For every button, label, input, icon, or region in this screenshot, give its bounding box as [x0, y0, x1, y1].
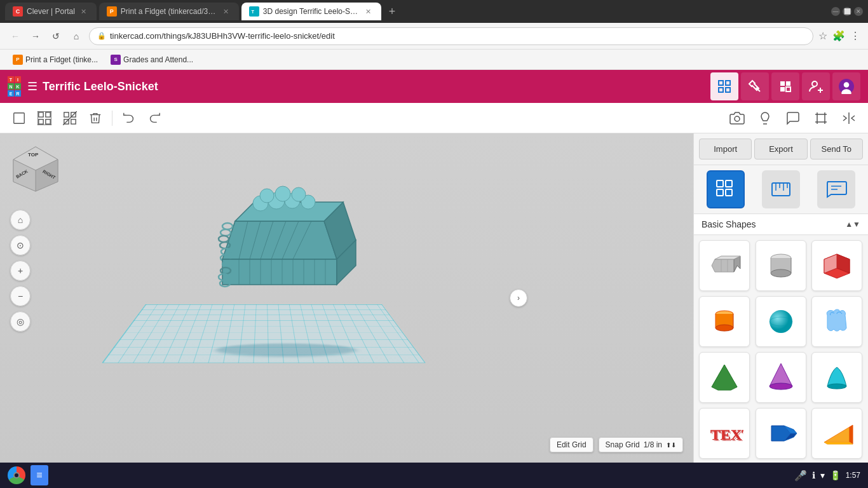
- main-area: TOP RIGHT BACK ⌂ ⊙ + − ◎: [0, 133, 868, 463]
- tab-close-3[interactable]: ✕: [363, 6, 374, 17]
- svg-point-10: [812, 81, 817, 86]
- address-bar: ← → ↺ ⌂ 🔒 tinkercad.com/things/kJ83UBHh3…: [0, 23, 868, 50]
- svg-rect-78: [726, 189, 732, 196]
- viewport[interactable]: TOP RIGHT BACK ⌂ ⊙ + − ◎: [0, 133, 693, 463]
- wifi-icon: ▾: [820, 470, 825, 480]
- home-view-button[interactable]: ⌂: [10, 210, 31, 230]
- menu-icon[interactable]: ⋮: [850, 30, 860, 42]
- new-tab-button[interactable]: +: [384, 5, 401, 18]
- tab-2[interactable]: P Print a Fidget (tinkercad/3-d Pri... ✕: [99, 3, 239, 20]
- snap-value[interactable]: 1/8 in: [644, 440, 662, 449]
- add-user-button[interactable]: [802, 72, 830, 100]
- tab-1[interactable]: C Clever | Portal ✕: [5, 3, 97, 20]
- shape-wiggly[interactable]: [811, 296, 862, 347]
- minimize-button[interactable]: —: [831, 7, 840, 16]
- address-input[interactable]: 🔒 tinkercad.com/things/kJ83UBHh3VW-terri…: [89, 27, 813, 45]
- toolbar-right: [726, 107, 860, 130]
- address-right-icons: ☆ 🧩 ⋮: [818, 30, 860, 42]
- mic-icon[interactable]: 🎤: [794, 470, 807, 482]
- hamburger-icon[interactable]: ☰: [27, 79, 37, 93]
- panel-tab-grid[interactable]: [707, 170, 745, 208]
- star-icon[interactable]: ☆: [818, 30, 827, 42]
- camera-button[interactable]: [726, 107, 749, 130]
- bookmark-1[interactable]: P Print a Fidget (tinke...: [8, 53, 103, 66]
- shape-cube[interactable]: [811, 240, 862, 291]
- zoom-out-button[interactable]: −: [10, 286, 31, 306]
- project-title[interactable]: Terrific Leelo-Snicket: [43, 80, 158, 93]
- 3d-model[interactable]: [191, 170, 369, 361]
- shape-cylinder[interactable]: [756, 240, 806, 291]
- svg-rect-3: [726, 81, 730, 85]
- group-button[interactable]: [33, 107, 56, 130]
- delete-button[interactable]: [84, 107, 107, 130]
- ungroup-button[interactable]: [58, 107, 81, 130]
- edit-grid-button[interactable]: Edit Grid: [550, 437, 593, 452]
- battery-icon: 🔋: [830, 470, 841, 480]
- home-button[interactable]: ⌂: [69, 29, 84, 44]
- close-button[interactable]: ✕: [854, 7, 863, 16]
- refresh-button[interactable]: ↺: [48, 29, 64, 44]
- undo-button[interactable]: [118, 107, 140, 130]
- tab-favicon-2: P: [107, 6, 117, 17]
- tab-close-2[interactable]: ✕: [221, 6, 231, 17]
- grid-view-button[interactable]: [710, 72, 738, 100]
- maximize-button[interactable]: ⬜: [843, 7, 851, 16]
- tools-button[interactable]: [741, 72, 769, 100]
- panel-tab-comment[interactable]: [817, 170, 855, 208]
- tc-header-right: [710, 72, 860, 100]
- info-icon[interactable]: ℹ: [812, 470, 815, 480]
- browser-frame: C Clever | Portal ✕ P Print a Fidget (ti…: [0, 0, 868, 488]
- shape-cylinder-orange[interactable]: [699, 296, 750, 347]
- dropdown-arrow-icon: ▲▼: [845, 220, 860, 229]
- snap-arrows-icon[interactable]: ⬆⬇: [666, 442, 676, 449]
- chrome-taskbar-icon[interactable]: [8, 466, 25, 484]
- panel-tab-ruler[interactable]: [762, 170, 800, 208]
- mirror-button[interactable]: [837, 107, 860, 130]
- import-button[interactable]: Import: [699, 139, 752, 159]
- shapes-dropdown[interactable]: Basic Shapes ▲▼: [694, 214, 868, 235]
- svg-rect-19: [39, 119, 43, 123]
- svg-point-93: [771, 269, 791, 277]
- nav-cube[interactable]: TOP RIGHT BACK: [10, 144, 61, 194]
- blocks-button[interactable]: [771, 72, 799, 100]
- shape-cone[interactable]: [756, 352, 806, 403]
- snap-button[interactable]: [810, 107, 832, 130]
- shape-box[interactable]: [699, 240, 750, 291]
- canvas-area[interactable]: TOP RIGHT BACK ⌂ ⊙ + − ◎: [0, 133, 693, 463]
- extension-icon[interactable]: 🧩: [832, 30, 845, 42]
- shape-paraboloid[interactable]: [811, 352, 862, 403]
- perspective-button[interactable]: ◎: [10, 311, 31, 332]
- light-bulb-button[interactable]: [754, 107, 776, 130]
- tab-close-1[interactable]: ✕: [79, 6, 89, 17]
- tab-3[interactable]: T 3D design Terrific Leelo-Snicket | ✕: [241, 3, 381, 20]
- send-to-button[interactable]: Send To: [810, 139, 863, 159]
- shape-text[interactable]: TEXT TEXT: [699, 408, 750, 459]
- panel-collapse-button[interactable]: ›: [510, 289, 527, 307]
- svg-point-14: [844, 82, 850, 88]
- logo-cell-r: R: [15, 90, 21, 97]
- logo-cell-e: E: [8, 90, 14, 97]
- lock-icon: 🔒: [97, 32, 106, 40]
- shape-pyramid[interactable]: [699, 352, 750, 403]
- redo-button[interactable]: [143, 107, 166, 130]
- shape-sphere[interactable]: [756, 296, 806, 347]
- svg-rect-21: [37, 111, 51, 125]
- tinkercad-logo[interactable]: T I N K E R: [8, 76, 21, 97]
- toolbar-separator-1: [112, 111, 112, 126]
- fit-view-button[interactable]: ⊙: [10, 235, 31, 255]
- shape-wedge[interactable]: [811, 408, 862, 459]
- svg-point-59: [292, 187, 306, 201]
- panel-actions: Import Export Send To: [694, 133, 868, 165]
- zoom-in-button[interactable]: +: [10, 261, 31, 281]
- bookmark-2[interactable]: S Grades and Attend...: [105, 53, 198, 66]
- export-button[interactable]: Export: [754, 139, 807, 159]
- profile-avatar[interactable]: [832, 72, 860, 100]
- shape-pentagon[interactable]: [756, 408, 806, 459]
- forward-button[interactable]: →: [28, 29, 43, 44]
- svg-rect-18: [46, 112, 50, 116]
- back-button[interactable]: ←: [8, 29, 23, 44]
- docs-taskbar-icon[interactable]: ≡: [31, 465, 48, 485]
- notes-button[interactable]: [782, 107, 804, 130]
- bm-title-1: Print a Fidget (tinke...: [25, 55, 98, 64]
- new-shape-button[interactable]: [8, 107, 31, 130]
